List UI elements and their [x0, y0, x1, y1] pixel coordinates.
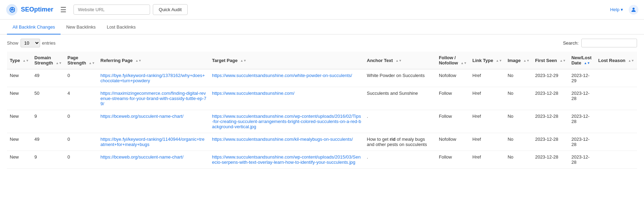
url-input[interactable]: [73, 5, 150, 15]
cell-page-strength: 4: [65, 87, 98, 110]
cell-target-page: https://www.succulentsandsunshine.com/wp…: [209, 151, 364, 169]
cell-referring-page: https://bye.fyi/keyword-ranking/1140944/…: [98, 133, 209, 151]
col-target-page[interactable]: Target Page ▲▼: [209, 52, 364, 69]
cell-first-seen: 2023-12-28: [532, 151, 568, 169]
cell-follow-nofollow: Follow: [436, 110, 470, 133]
cell-anchor-text: .: [364, 110, 436, 133]
logo-icon: [6, 3, 18, 16]
table-row: New 49 0 https://bye.fyi/keyword-ranking…: [7, 69, 637, 87]
logo-text: SEOptimer: [21, 6, 53, 13]
table-row: New 49 0 https://bye.fyi/keyword-ranking…: [7, 133, 637, 151]
cell-anchor-text: Succulents and Sunshine: [364, 87, 436, 110]
hamburger-icon[interactable]: ☰: [57, 4, 69, 15]
cell-follow-nofollow: Follow: [436, 151, 470, 169]
cell-first-seen: 2023-12-28: [532, 133, 568, 151]
referring-page-link[interactable]: https://bceweb.org/succulent-name-chart/: [101, 154, 183, 160]
cell-page-strength: 0: [65, 151, 98, 169]
svg-point-1: [11, 9, 13, 10]
target-page-link[interactable]: https://www.succulentsandsunshine.com/: [212, 91, 294, 96]
cell-follow-nofollow: Nofollow: [436, 69, 470, 87]
cell-referring-page: https://bceweb.org/succulent-name-chart/: [98, 151, 209, 169]
cell-anchor-text: .: [364, 151, 436, 169]
referring-page-link[interactable]: https://bceweb.org/succulent-name-chart/: [101, 114, 183, 119]
cell-link-type: Href: [470, 151, 505, 169]
col-first-seen[interactable]: First Seen ▲▼: [532, 52, 568, 69]
col-link-type[interactable]: Link Type ▲▼: [470, 52, 505, 69]
cell-type: New: [7, 133, 32, 151]
cell-target-page: https://www.succulentsandsunshine.com/: [209, 87, 364, 110]
backlinks-table: Type ▲▼ DomainStrength ▲▼ PageStrength ▲…: [7, 52, 637, 169]
col-anchor-text[interactable]: Anchor Text ▲▼: [364, 52, 436, 69]
search-input[interactable]: [581, 39, 637, 47]
col-page-strength[interactable]: PageStrength ▲▼: [65, 52, 98, 69]
cell-lost-reason: [596, 151, 637, 169]
referring-page-link[interactable]: https://bye.fyi/keyword-ranking/1140944/…: [101, 137, 205, 147]
search-area: Search:: [563, 39, 637, 47]
show-entries-control: Show 10 25 50 100 entries: [7, 39, 56, 47]
cell-lost-reason: [596, 133, 637, 151]
referring-page-link[interactable]: https://bye.fyi/keyword-ranking/1378162/…: [101, 73, 205, 83]
cell-image: No: [505, 69, 532, 87]
user-icon: [630, 7, 637, 13]
logo-area: SEOptimer: [6, 3, 53, 16]
cell-image: No: [505, 133, 532, 151]
target-page-link[interactable]: https://www.succulentsandsunshine.com/ki…: [212, 137, 353, 142]
svg-point-2: [633, 8, 635, 10]
col-domain-strength[interactable]: DomainStrength ▲▼: [32, 52, 65, 69]
quick-audit-button[interactable]: Quick Audit: [153, 4, 188, 15]
cell-referring-page: https://bye.fyi/keyword-ranking/1378162/…: [98, 69, 209, 87]
table-header-row: Type ▲▼ DomainStrength ▲▼ PageStrength ▲…: [7, 52, 637, 69]
entries-select[interactable]: 10 25 50 100: [21, 39, 40, 47]
tab-all-backlink-changes[interactable]: All Backlink Changes: [7, 20, 61, 34]
cell-domain-strength: 50: [32, 87, 65, 110]
cell-first-seen: 2023-12-28: [532, 87, 568, 110]
col-new-lost-date[interactable]: New/LostDate ▲▼: [568, 52, 595, 69]
table-row: New 9 0 https://bceweb.org/succulent-nam…: [7, 110, 637, 133]
tab-new-backlinks[interactable]: New Backlinks: [61, 20, 101, 34]
user-avatar[interactable]: [629, 5, 638, 15]
header-right: Help ▾: [610, 5, 638, 15]
col-follow-nofollow[interactable]: Follow /Nofollow ▲▼: [436, 52, 470, 69]
cell-anchor-text: How to get rid of mealy bugs and other p…: [364, 133, 436, 151]
cell-domain-strength: 49: [32, 133, 65, 151]
col-lost-reason[interactable]: Lost Reason ▲▼: [596, 52, 637, 69]
cell-type: New: [7, 110, 32, 133]
cell-link-type: Href: [470, 110, 505, 133]
tab-lost-backlinks[interactable]: Lost Backlinks: [101, 20, 141, 34]
cell-page-strength: 0: [65, 69, 98, 87]
cell-page-strength: 0: [65, 110, 98, 133]
target-page-link[interactable]: https://www.succulentsandsunshine.com/wh…: [212, 73, 352, 78]
col-image[interactable]: Image ▲▼: [505, 52, 532, 69]
search-label: Search:: [563, 40, 579, 46]
cell-anchor-text: White Powder on Succulents: [364, 69, 436, 87]
cell-link-type: Href: [470, 133, 505, 151]
cell-new-lost-date: 2023-12-28: [568, 133, 595, 151]
cell-image: No: [505, 151, 532, 169]
cell-type: New: [7, 69, 32, 87]
cell-new-lost-date: 2023-12-28: [568, 87, 595, 110]
col-type[interactable]: Type ▲▼: [7, 52, 32, 69]
cell-image: No: [505, 110, 532, 133]
table-row: New 50 4 https://maximizingecommerce.com…: [7, 87, 637, 110]
header: SEOptimer ☰ Quick Audit Help ▾: [0, 0, 644, 20]
cell-referring-page: https://bceweb.org/succulent-name-chart/: [98, 110, 209, 133]
cell-target-page: https://www.succulentsandsunshine.com/wp…: [209, 110, 364, 133]
cell-lost-reason: [596, 87, 637, 110]
cell-new-lost-date: 2023-12-28: [568, 151, 595, 169]
cell-referring-page: https://maximizingecommerce.com/finding-…: [98, 87, 209, 110]
referring-page-link[interactable]: https://maximizingecommerce.com/finding-…: [101, 91, 206, 106]
cell-follow-nofollow: Nofollow: [436, 133, 470, 151]
table-controls: Show 10 25 50 100 entries Search:: [0, 34, 644, 52]
show-label: Show: [7, 40, 18, 46]
col-referring-page[interactable]: Referring Page ▲▼: [98, 52, 209, 69]
cell-first-seen: 2023-12-29: [532, 69, 568, 87]
cell-domain-strength: 49: [32, 69, 65, 87]
target-page-link[interactable]: https://www.succulentsandsunshine.com/wp…: [212, 154, 361, 165]
cell-new-lost-date: 2023-12-29: [568, 69, 595, 87]
cell-link-type: Href: [470, 69, 505, 87]
help-button[interactable]: Help ▾: [610, 7, 623, 12]
cell-lost-reason: [596, 69, 637, 87]
cell-domain-strength: 9: [32, 151, 65, 169]
cell-page-strength: 0: [65, 133, 98, 151]
target-page-link[interactable]: https://www.succulentsandsunshine.com/wp…: [212, 114, 361, 129]
